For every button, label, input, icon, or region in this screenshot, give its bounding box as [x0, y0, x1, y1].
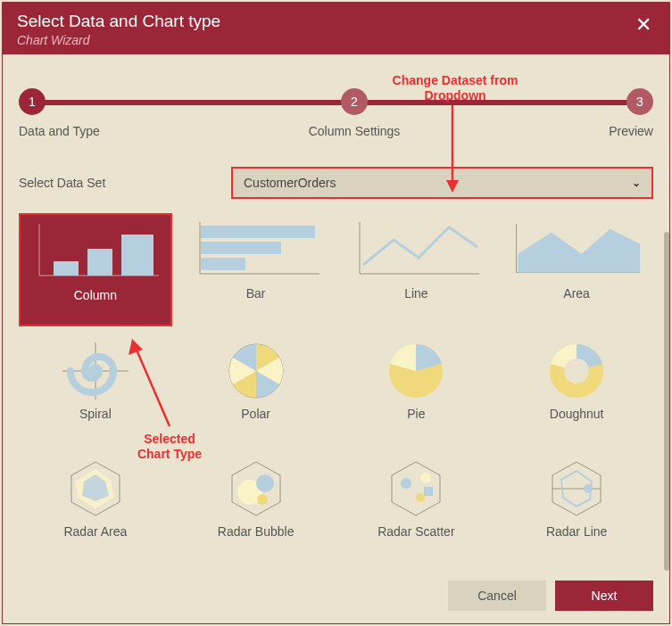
chart-tile-column[interactable]: Column: [19, 213, 172, 326]
svg-rect-9: [201, 258, 245, 270]
radar-line-icon: [510, 457, 643, 521]
cancel-button[interactable]: Cancel: [448, 581, 546, 611]
step-3-label: Preview: [609, 124, 653, 138]
stepper: 1 Data and Type 2 Column Settings 3 Prev…: [19, 88, 653, 138]
dataset-select[interactable]: CustomerOrders ⌄: [231, 167, 653, 199]
dialog-footer: Cancel Next: [3, 570, 669, 623]
chart-label-radar-line: Radar Line: [546, 524, 608, 544]
chart-tile-spiral[interactable]: Spiral: [19, 334, 172, 443]
chart-tile-area[interactable]: Area: [500, 213, 653, 326]
svg-point-29: [257, 494, 268, 505]
spiral-chart-icon: [29, 339, 162, 403]
svg-point-32: [420, 473, 431, 483]
chart-label-doughnut: Doughnut: [550, 407, 604, 426]
svg-rect-2: [54, 261, 79, 276]
step-1[interactable]: 1 Data and Type: [19, 88, 100, 138]
chart-label-radar-bubble: Radar Bubble: [218, 524, 295, 544]
chart-label-pie: Pie: [407, 407, 425, 426]
dataset-row: Select Data Set CustomerOrders ⌄: [19, 167, 653, 199]
svg-point-22: [564, 358, 589, 383]
chart-label-radar-scatter: Radar Scatter: [377, 524, 454, 544]
svg-rect-8: [201, 242, 281, 254]
chevron-down-icon: ⌄: [632, 177, 641, 189]
chart-tile-radar-area[interactable]: Radar Area: [19, 451, 172, 561]
doughnut-chart-icon: [510, 339, 643, 403]
polar-chart-icon: [189, 339, 323, 403]
line-chart-icon: [349, 218, 483, 283]
close-icon[interactable]: ✕: [632, 12, 655, 38]
chart-wizard-dialog: Select Data and Chart type Chart Wizard …: [2, 2, 670, 624]
radar-scatter-icon: [349, 457, 483, 521]
svg-marker-14: [519, 229, 641, 273]
pie-chart-icon: [349, 339, 483, 403]
chart-tile-line[interactable]: Line: [340, 213, 494, 326]
step-1-label: Data and Type: [19, 124, 100, 138]
title-text: Select Data and Chart type Chart Wizard: [17, 12, 220, 47]
chart-label-radar-area: Radar Area: [63, 524, 127, 544]
chart-tile-radar-line[interactable]: Radar Line: [500, 451, 653, 561]
bar-chart-icon: [189, 218, 323, 283]
chart-tile-pie[interactable]: Pie: [340, 334, 494, 443]
step-3-circle: 3: [626, 88, 653, 115]
svg-rect-3: [87, 249, 112, 276]
dataset-value: CustomerOrders: [244, 176, 336, 190]
chart-label-bar: Bar: [246, 286, 266, 306]
chart-tile-polar[interactable]: Polar: [179, 334, 333, 443]
area-chart-icon: [510, 218, 643, 283]
next-button[interactable]: Next: [555, 581, 653, 611]
dialog-subtitle: Chart Wizard: [17, 33, 220, 47]
chart-label-polar: Polar: [241, 407, 270, 426]
column-chart-icon: [29, 220, 162, 284]
chart-label-spiral: Spiral: [79, 407, 112, 426]
step-2-label: Column Settings: [309, 124, 401, 138]
step-3[interactable]: 3 Preview: [609, 88, 653, 138]
radar-bubble-icon: [189, 457, 323, 521]
chart-tile-radar-scatter[interactable]: Radar Scatter: [340, 451, 494, 561]
dialog-content: 1 Data and Type 2 Column Settings 3 Prev…: [3, 54, 669, 570]
chart-tile-radar-bubble[interactable]: Radar Bubble: [179, 451, 333, 561]
svg-point-38: [584, 484, 593, 493]
chart-tile-doughnut[interactable]: Doughnut: [500, 334, 653, 443]
svg-point-33: [416, 493, 425, 502]
chart-label-line: Line: [404, 286, 427, 306]
scrollbar[interactable]: [664, 232, 669, 571]
svg-point-28: [256, 474, 274, 492]
svg-rect-7: [201, 226, 315, 238]
svg-rect-4: [121, 235, 153, 276]
chart-tile-bar[interactable]: Bar: [179, 213, 333, 326]
step-2[interactable]: 2 Column Settings: [309, 88, 401, 138]
chart-label-area: Area: [563, 286, 590, 306]
dataset-label: Select Data Set: [19, 176, 231, 190]
svg-point-31: [401, 478, 411, 489]
step-2-circle: 2: [341, 88, 368, 115]
radar-area-icon: [29, 457, 162, 521]
dialog-title: Select Data and Chart type: [17, 12, 220, 31]
chart-type-grid: Column Bar: [19, 213, 653, 561]
chart-label-column: Column: [74, 288, 117, 308]
titlebar: Select Data and Chart type Chart Wizard …: [3, 3, 669, 54]
step-1-circle: 1: [19, 88, 46, 115]
svg-rect-34: [424, 487, 433, 496]
